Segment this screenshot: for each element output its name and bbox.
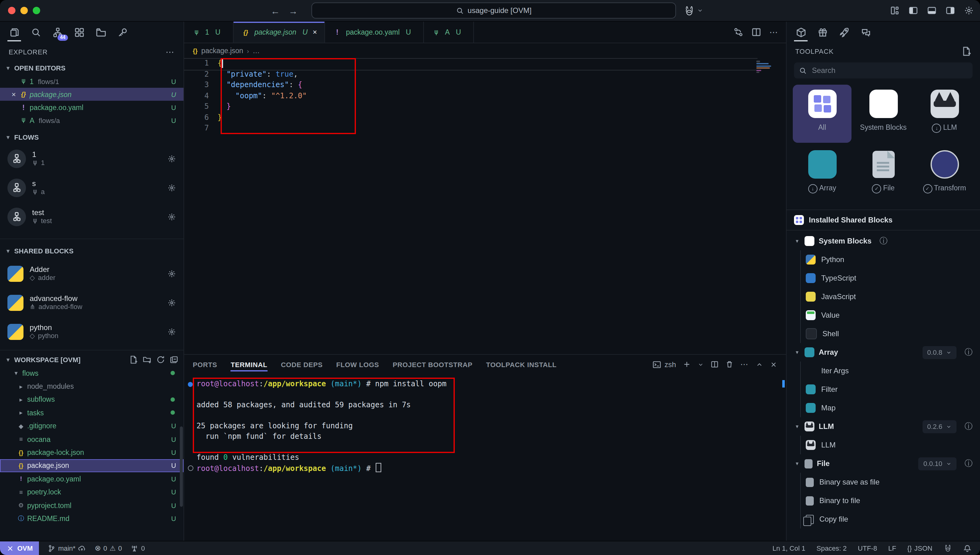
mascot-status-icon[interactable] bbox=[943, 544, 952, 553]
tree-row[interactable]: ◆ .gitignore U bbox=[0, 419, 184, 433]
panel-tab[interactable]: PROJECT BOOTSTRAP bbox=[393, 355, 472, 374]
tree-row[interactable]: ▸ node_modules bbox=[0, 380, 184, 393]
new-terminal-icon[interactable] bbox=[683, 360, 691, 368]
sidebar-scrollbar[interactable] bbox=[180, 427, 183, 507]
flow-card[interactable]: s ⋔a bbox=[0, 173, 184, 202]
group-caret-icon[interactable]: ▾ bbox=[794, 349, 800, 355]
split-terminal-icon[interactable] bbox=[711, 360, 719, 368]
shared-block-card[interactable]: advanced-flow ⋔advanced-flow bbox=[0, 288, 184, 317]
split-editor-icon[interactable] bbox=[751, 27, 761, 37]
panel-tab[interactable]: FLOW LOGS bbox=[336, 355, 379, 374]
version-dropdown[interactable]: 0.2.6 bbox=[922, 420, 956, 433]
terminal-scrollbar[interactable] bbox=[782, 380, 785, 388]
toolpack-category-card[interactable]: All bbox=[793, 85, 852, 143]
shared-block-card[interactable]: Adder ◇adder bbox=[0, 259, 184, 288]
eol[interactable]: LF bbox=[888, 544, 896, 552]
mascot-menu[interactable] bbox=[684, 5, 703, 16]
tree-row[interactable]: ! package.oo.yaml U bbox=[0, 472, 184, 486]
group-header[interactable]: ▾ System Blocks ⓘ bbox=[786, 232, 980, 250]
block-item[interactable]: Binary save as file bbox=[801, 473, 980, 491]
indentation[interactable]: Spaces: 2 bbox=[817, 544, 847, 552]
new-file-icon[interactable] bbox=[129, 355, 138, 364]
block-item[interactable]: Binary to file bbox=[801, 491, 980, 510]
settings-gear-icon[interactable] bbox=[964, 6, 974, 16]
tree-row[interactable]: ≡ oocana U bbox=[0, 433, 184, 446]
panel-more-icon[interactable]: ⋯ bbox=[740, 360, 749, 369]
panel-tab[interactable]: PORTS bbox=[193, 355, 217, 374]
notifications-bell-icon[interactable] bbox=[963, 544, 971, 552]
group-header[interactable]: ▾ File 0.0.10 ⓘ bbox=[786, 454, 980, 473]
explorer-icon[interactable] bbox=[6, 23, 22, 42]
maximize-window-button[interactable] bbox=[33, 7, 40, 14]
open-editor-row[interactable]: × {} package.json U bbox=[0, 88, 184, 101]
block-settings-gear-icon[interactable] bbox=[167, 298, 176, 307]
search-icon[interactable] bbox=[28, 23, 44, 42]
shared-blocks-section-header[interactable]: ▾SHARED BLOCKS bbox=[0, 239, 184, 259]
cursor-position[interactable]: Ln 1, Col 1 bbox=[772, 544, 805, 552]
version-dropdown[interactable]: 0.0.10 bbox=[919, 457, 956, 470]
breadcrumb[interactable]: {} package.json › … bbox=[184, 43, 786, 58]
compare-changes-icon[interactable] bbox=[733, 27, 743, 37]
editor-tab[interactable]: ! package.oo.yaml U bbox=[325, 22, 424, 43]
block-item[interactable]: Copy file bbox=[801, 510, 980, 528]
flow-card[interactable]: test ⋔test bbox=[0, 202, 184, 231]
flow-card[interactable]: 1 ⋔1 bbox=[0, 144, 184, 173]
flow-settings-gear-icon[interactable] bbox=[167, 154, 176, 163]
toolpack-new-file-icon[interactable] bbox=[961, 47, 971, 56]
toolpack-category-card[interactable]: ↓ LLM bbox=[915, 85, 974, 143]
block-item[interactable]: LLM bbox=[801, 436, 980, 454]
folder-icon[interactable] bbox=[93, 23, 109, 42]
toolpack-search[interactable] bbox=[794, 63, 973, 79]
block-item[interactable]: JavaScript bbox=[801, 287, 980, 306]
blocks-icon[interactable] bbox=[71, 23, 87, 42]
rocket-icon[interactable] bbox=[836, 23, 852, 42]
collapse-folders-icon[interactable] bbox=[170, 355, 179, 364]
terminal-dropdown-icon[interactable] bbox=[698, 361, 704, 367]
block-item[interactable]: Iter Args bbox=[801, 362, 980, 380]
close-editor-icon[interactable]: × bbox=[9, 90, 19, 99]
tree-row[interactable]: ⚙ pyproject.toml U bbox=[0, 499, 184, 512]
shell-selector[interactable]: zsh bbox=[653, 360, 676, 369]
toggle-sidebar-icon[interactable] bbox=[908, 6, 918, 16]
keys-icon[interactable] bbox=[114, 23, 130, 42]
maximize-panel-icon[interactable] bbox=[756, 361, 763, 368]
gift-icon[interactable] bbox=[814, 23, 831, 42]
group-info-icon[interactable]: ⓘ bbox=[879, 236, 888, 247]
open-editors-header[interactable]: ▾OPEN EDITORS bbox=[0, 61, 184, 75]
block-item[interactable]: Map bbox=[801, 399, 980, 417]
group-info-icon[interactable]: ⓘ bbox=[964, 458, 973, 469]
encoding[interactable]: UTF-8 bbox=[858, 544, 877, 552]
tree-row[interactable]: ▸ subflows bbox=[0, 393, 184, 406]
toolpack-search-input[interactable] bbox=[811, 66, 968, 75]
group-caret-icon[interactable]: ▾ bbox=[794, 460, 800, 467]
editor-tab[interactable]: {} package.json U × bbox=[233, 22, 325, 43]
terminal[interactable]: root@localhost:/app/workspace (main*) # … bbox=[184, 374, 786, 541]
tab-close-icon[interactable]: × bbox=[313, 28, 317, 37]
group-caret-icon[interactable]: ▾ bbox=[794, 423, 800, 430]
editor-more-icon[interactable]: ⋯ bbox=[769, 27, 778, 37]
toolpack-category-card[interactable]: ✓ Transform bbox=[915, 145, 974, 203]
breadcrumb-rest[interactable]: … bbox=[253, 47, 260, 55]
open-editor-row[interactable]: ! package.oo.yaml U bbox=[0, 101, 184, 114]
git-branch-status[interactable]: main* bbox=[48, 544, 86, 552]
tree-row[interactable]: ▸ tasks bbox=[0, 406, 184, 419]
version-dropdown[interactable]: 0.0.8 bbox=[922, 346, 956, 359]
minimize-window-button[interactable] bbox=[21, 7, 28, 14]
kill-terminal-icon[interactable] bbox=[725, 360, 733, 368]
flow-settings-gear-icon[interactable] bbox=[167, 183, 176, 192]
close-panel-icon[interactable] bbox=[770, 361, 777, 368]
tree-row[interactable]: ≡ poetry.lock U bbox=[0, 486, 184, 499]
block-item[interactable]: TypeScript bbox=[801, 269, 980, 287]
command-center-search[interactable]: usage-guide [OVM] bbox=[311, 2, 676, 19]
block-settings-gear-icon[interactable] bbox=[167, 269, 176, 278]
toolpack-category-card[interactable]: System Blocks bbox=[854, 85, 913, 143]
tree-row[interactable]: ⓘ README.md U bbox=[0, 512, 184, 525]
block-item[interactable]: Value bbox=[801, 306, 980, 324]
group-info-icon[interactable]: ⓘ bbox=[964, 347, 973, 358]
shared-block-card[interactable]: python ◇python bbox=[0, 317, 184, 346]
block-settings-gear-icon[interactable] bbox=[167, 327, 176, 336]
flow-settings-gear-icon[interactable] bbox=[167, 212, 176, 221]
flows-section-header[interactable]: ▾FLOWS bbox=[0, 130, 184, 144]
customize-layout-icon[interactable] bbox=[890, 6, 900, 16]
group-header[interactable]: ▾ LLM 0.2.6 ⓘ bbox=[786, 417, 980, 436]
